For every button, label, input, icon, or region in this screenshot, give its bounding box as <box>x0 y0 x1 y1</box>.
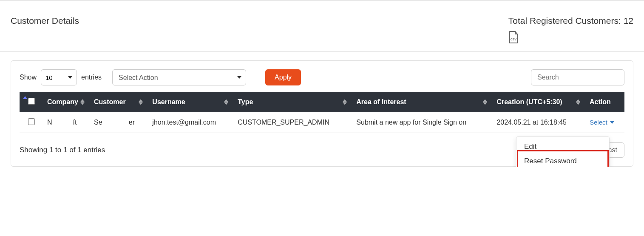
customer-table: Company Customer Username Type Area of I… <box>20 92 624 133</box>
showing-text: Showing 1 to 1 of 1 entries <box>20 146 105 154</box>
col-checkbox <box>20 92 43 112</box>
cell-type: CUSTOMER_SUPER_ADMIN <box>233 112 352 133</box>
cell-creation: 2024.05.21 at 16:18:45 <box>492 112 585 133</box>
row-checkbox[interactable] <box>28 118 35 125</box>
customer-table-card: Show 10 entries Select Action Apply Comp… <box>11 60 633 167</box>
svg-text:CSV: CSV <box>511 38 517 41</box>
page-header: Customer Details Total Registered Custom… <box>0 11 644 45</box>
col-creation[interactable]: Creation (UTC+5:30) <box>492 92 585 112</box>
dropdown-item-edit[interactable]: Edit <box>516 139 609 154</box>
sort-asc-icon <box>23 96 27 99</box>
cell-customer: Se er <box>90 112 148 133</box>
apply-button[interactable]: Apply <box>265 69 301 85</box>
cell-company: N ft <box>43 112 90 133</box>
search-input[interactable] <box>531 69 624 85</box>
csv-export-icon[interactable]: CSV <box>508 31 519 45</box>
entries-select[interactable]: 10 <box>41 69 77 85</box>
col-customer[interactable]: Customer <box>90 92 148 112</box>
show-label: Show <box>20 74 37 81</box>
row-action-select[interactable]: Select <box>590 119 614 126</box>
cell-username: jhon.test@gmail.com <box>148 112 233 133</box>
col-company[interactable]: Company <box>43 92 90 112</box>
dropdown-item-reset-password[interactable]: Reset Password <box>516 154 609 167</box>
bulk-action-select[interactable]: Select Action <box>112 69 246 85</box>
cell-area: Submit a new app for Single Sign on <box>352 112 492 133</box>
table-controls: Show 10 entries Select Action Apply <box>20 69 624 85</box>
total-registered: Total Registered Customers: 12 <box>508 16 633 26</box>
row-action-dropdown: Edit Reset Password Change Password Rese… <box>516 136 610 167</box>
page-title: Customer Details <box>11 16 79 26</box>
col-area[interactable]: Area of Interest <box>352 92 492 112</box>
entries-label: entries <box>81 74 102 81</box>
table-row: N ft Se er jhon.test@gmail.com CUSTOMER_… <box>20 112 624 133</box>
col-username[interactable]: Username <box>148 92 233 112</box>
caret-down-icon <box>610 121 614 124</box>
col-type[interactable]: Type <box>233 92 352 112</box>
select-all-checkbox[interactable] <box>28 98 35 105</box>
col-action: Action <box>585 92 624 112</box>
cell-action: Select <box>585 112 624 133</box>
